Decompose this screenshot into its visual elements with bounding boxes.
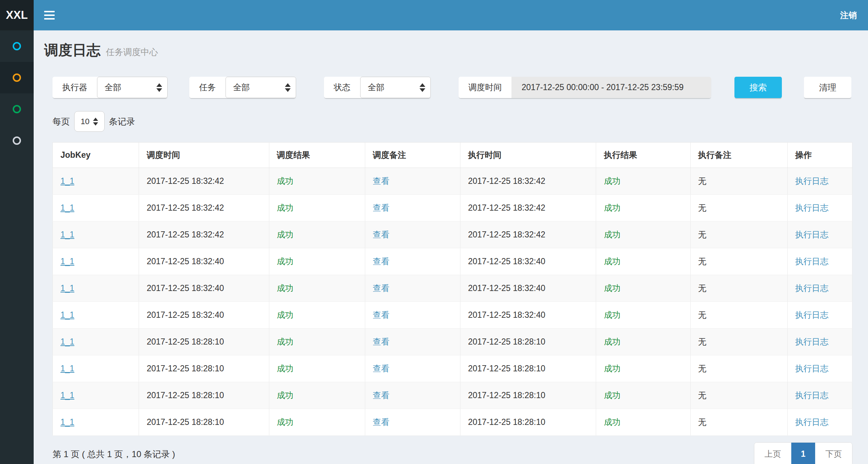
execution-log-link[interactable]: 执行日志 xyxy=(795,417,829,427)
handle-time-cell: 2017-12-25 18:32:42 xyxy=(468,203,545,212)
sidebar-menu-item-2[interactable] xyxy=(0,62,34,93)
trigger-time-cell: 2017-12-25 18:32:42 xyxy=(147,176,224,186)
trigger-msg-link[interactable]: 查看 xyxy=(373,283,389,293)
handle-msg-cell: 无 xyxy=(698,364,707,373)
column-header: 执行备注 xyxy=(690,143,787,168)
table-row: 1_12017-12-25 18:32:40成功查看2017-12-25 18:… xyxy=(53,302,852,329)
sidebar xyxy=(0,30,34,464)
handle-result-cell: 成功 xyxy=(604,417,620,427)
execution-log-link[interactable]: 执行日志 xyxy=(795,364,829,373)
handle-result-cell: 成功 xyxy=(604,257,620,266)
jobkey-link[interactable]: 1_1 xyxy=(60,257,74,266)
page-size-suffix: 条记录 xyxy=(109,116,135,127)
execution-log-link[interactable]: 执行日志 xyxy=(795,337,829,346)
trigger-time-cell: 2017-12-25 18:28:10 xyxy=(147,337,224,346)
trigger-result-cell: 成功 xyxy=(277,364,294,373)
trigger-msg-link[interactable]: 查看 xyxy=(373,230,389,239)
trigger-time-cell: 2017-12-25 18:32:40 xyxy=(147,283,224,293)
jobkey-link[interactable]: 1_1 xyxy=(60,203,74,212)
execution-log-link[interactable]: 执行日志 xyxy=(795,283,829,293)
status-select[interactable]: 全部 xyxy=(360,77,431,98)
execution-log-link[interactable]: 执行日志 xyxy=(795,310,829,320)
handle-time-cell: 2017-12-25 18:28:10 xyxy=(468,337,545,346)
trigger-msg-link[interactable]: 查看 xyxy=(373,257,389,266)
execution-log-link[interactable]: 执行日志 xyxy=(795,203,829,212)
trigger-time-cell: 2017-12-25 18:28:10 xyxy=(147,417,224,427)
trigger-msg-link[interactable]: 查看 xyxy=(373,364,389,373)
prev-page-button[interactable]: 上页 xyxy=(754,443,791,464)
circle-icon xyxy=(13,136,21,145)
trigger-result-cell: 成功 xyxy=(277,337,294,346)
trigger-result-cell: 成功 xyxy=(277,203,294,212)
schedule-time-filter-group: 调度时间 2017-12-25 00:00:00 - 2017-12-25 23… xyxy=(459,77,711,98)
execution-log-link[interactable]: 执行日志 xyxy=(795,391,829,400)
job-select[interactable]: 全部 xyxy=(226,77,296,98)
jobkey-link[interactable]: 1_1 xyxy=(60,364,74,373)
handle-time-cell: 2017-12-25 18:32:42 xyxy=(468,176,545,186)
jobkey-link[interactable]: 1_1 xyxy=(60,283,74,293)
table-row: 1_12017-12-25 18:32:40成功查看2017-12-25 18:… xyxy=(53,248,852,275)
page-size-row: 每页 10 条记录 xyxy=(52,111,852,132)
jobkey-link[interactable]: 1_1 xyxy=(60,176,74,186)
top-bar: XXL 注销 xyxy=(0,0,868,30)
clear-button[interactable]: 清理 xyxy=(804,77,851,98)
trigger-msg-link[interactable]: 查看 xyxy=(373,203,389,212)
job-filter-group: 任务 全部 xyxy=(189,77,296,98)
table-row: 1_12017-12-25 18:32:42成功查看2017-12-25 18:… xyxy=(53,195,852,222)
column-header: 执行结果 xyxy=(596,143,690,168)
select-spinner-icon xyxy=(156,83,162,92)
handle-result-cell: 成功 xyxy=(604,310,620,320)
page-size-prefix: 每页 xyxy=(52,116,70,127)
column-header: JobKey xyxy=(53,143,139,168)
trigger-time-cell: 2017-12-25 18:32:40 xyxy=(147,257,224,266)
trigger-msg-link[interactable]: 查看 xyxy=(373,417,389,427)
page-subtitle: 任务调度中心 xyxy=(106,47,158,57)
table-row: 1_12017-12-25 18:32:42成功查看2017-12-25 18:… xyxy=(53,168,852,195)
filter-toolbar: 执行器 全部 任务 全部 状态 全部 调度时间 2017-12-25 00:00… xyxy=(52,77,852,98)
circle-icon xyxy=(13,105,21,113)
select-spinner-icon xyxy=(420,83,425,92)
trigger-msg-link[interactable]: 查看 xyxy=(373,310,389,320)
execution-log-link[interactable]: 执行日志 xyxy=(795,176,829,186)
sidebar-menu-item-1[interactable] xyxy=(0,30,34,62)
trigger-time-cell: 2017-12-25 18:32:40 xyxy=(147,310,224,320)
select-spinner-icon xyxy=(285,83,291,92)
jobkey-link[interactable]: 1_1 xyxy=(60,310,74,320)
search-button[interactable]: 搜索 xyxy=(734,77,782,98)
trigger-msg-link[interactable]: 查看 xyxy=(373,337,389,346)
column-header: 调度结果 xyxy=(269,143,365,168)
handle-msg-cell: 无 xyxy=(698,203,707,212)
handle-time-cell: 2017-12-25 18:32:42 xyxy=(468,230,545,239)
handle-msg-cell: 无 xyxy=(698,310,707,320)
handle-result-cell: 成功 xyxy=(604,176,620,186)
execution-log-link[interactable]: 执行日志 xyxy=(795,230,829,239)
executor-select[interactable]: 全部 xyxy=(97,77,168,98)
trigger-msg-link[interactable]: 查看 xyxy=(373,391,389,400)
table-row: 1_12017-12-25 18:28:10成功查看2017-12-25 18:… xyxy=(53,382,852,409)
jobkey-link[interactable]: 1_1 xyxy=(60,337,74,346)
page-size-select[interactable]: 10 xyxy=(74,111,105,132)
jobkey-link[interactable]: 1_1 xyxy=(60,417,74,427)
execution-log-link[interactable]: 执行日志 xyxy=(795,257,829,266)
pagination-summary: 第 1 页 ( 总共 1 页，10 条记录 ) xyxy=(52,448,175,460)
jobkey-link[interactable]: 1_1 xyxy=(60,391,74,400)
app-logo[interactable]: XXL xyxy=(0,0,34,30)
handle-msg-cell: 无 xyxy=(698,391,707,400)
pagination: 上页 1 下页 xyxy=(754,442,852,464)
next-page-button[interactable]: 下页 xyxy=(815,443,852,464)
main-content: 调度日志 任务调度中心 执行器 全部 任务 全部 状态 全部 调度时间 xyxy=(34,0,868,464)
page-header: 调度日志 任务调度中心 xyxy=(44,41,852,60)
jobkey-link[interactable]: 1_1 xyxy=(60,230,74,239)
current-page-button[interactable]: 1 xyxy=(791,443,815,464)
handle-msg-cell: 无 xyxy=(698,337,707,346)
trigger-time-cell: 2017-12-25 18:28:10 xyxy=(147,391,224,400)
executor-filter-group: 执行器 全部 xyxy=(52,77,168,98)
handle-result-cell: 成功 xyxy=(604,283,620,293)
handle-result-cell: 成功 xyxy=(604,337,620,346)
sidebar-menu-item-4[interactable] xyxy=(0,125,34,156)
logout-button[interactable]: 注销 xyxy=(840,0,868,30)
sidebar-menu-item-3[interactable] xyxy=(0,93,34,125)
schedule-time-input[interactable]: 2017-12-25 00:00:00 - 2017-12-25 23:59:5… xyxy=(511,77,711,98)
trigger-msg-link[interactable]: 查看 xyxy=(373,176,389,186)
sidebar-toggle-icon[interactable] xyxy=(44,0,69,30)
